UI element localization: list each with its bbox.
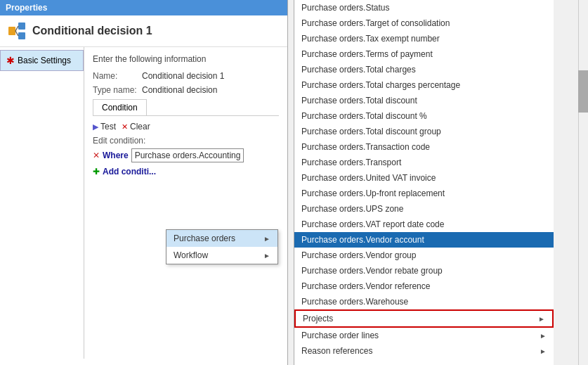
condition-toolbar: ▶ Test ✕ Clear — [93, 122, 279, 132]
scrollbar-thumb[interactable] — [578, 70, 588, 113]
list-item[interactable]: Purchase orders.Vendor rebate group — [294, 263, 554, 278]
list-arrow-reason: ► — [540, 347, 547, 355]
list-item-reason-references[interactable]: Reason references ► — [294, 343, 554, 359]
list-item[interactable]: Purchase orders.VAT report date code — [294, 217, 554, 232]
list-item[interactable]: Purchase orders.Vendor group — [294, 248, 554, 263]
tab-bar: Condition — [93, 99, 279, 116]
test-button[interactable]: ▶ Test — [93, 122, 116, 132]
name-label: Name: — [93, 71, 142, 81]
list-item[interactable]: Purchase orders.Warehouse — [294, 294, 554, 309]
list-item[interactable]: Purchase orders.Tax exempt number — [294, 31, 554, 46]
svg-rect-0 — [8, 27, 15, 35]
list-item[interactable]: Purchase orders.Total discount % — [294, 108, 554, 124]
list-item[interactable]: Purchase orders.Vendor reference — [294, 278, 554, 294]
list-item-vendor-account[interactable]: Purchase orders.Vendor account — [294, 232, 554, 248]
list-item[interactable]: Purchase orders.Total discount group — [294, 124, 554, 139]
list-item[interactable]: Purchase orders.Up-front replacement — [294, 186, 554, 201]
condition-row: ✕ Where Purchase orders.Accounting — [93, 148, 279, 162]
instruction-text: Enter the following information — [93, 54, 279, 64]
add-icon: ✚ — [93, 167, 100, 177]
menu-item-workflow[interactable]: Workflow ► — [166, 247, 277, 264]
list-item[interactable]: Purchase orders.Status — [294, 0, 554, 15]
svg-line-4 — [15, 31, 18, 36]
list-item-projects[interactable]: Projects ► — [294, 309, 554, 328]
list-item[interactable]: Purchase orders.Total charges percentage — [294, 77, 554, 93]
add-condition-label[interactable]: Add conditi... — [103, 167, 156, 177]
svg-line-3 — [15, 26, 18, 31]
field-list-dropdown[interactable]: Purchase orders.Status Purchase orders.T… — [294, 0, 554, 365]
projects-label: Projects — [303, 314, 333, 324]
name-value: Conditional decision 1 — [142, 71, 224, 81]
purchase-order-lines-label: Purchase order lines — [301, 331, 379, 340]
list-item[interactable]: Purchase orders.Terms of payment — [294, 46, 554, 62]
submenu-level1: Purchase orders ► Workflow ► — [166, 229, 278, 264]
clear-icon: ✕ — [122, 122, 128, 132]
content-area: ✱ Basic Settings Enter the following inf… — [0, 47, 287, 359]
edit-condition-label: Edit condition: — [93, 136, 279, 146]
test-icon: ▶ — [93, 122, 98, 132]
list-item[interactable]: Purchase orders.Transport — [294, 155, 554, 170]
decision-icon — [7, 21, 27, 41]
list-item[interactable]: Purchase orders.Total discount — [294, 93, 554, 108]
where-cross-icon: ✕ — [93, 151, 100, 160]
list-item[interactable]: Purchase orders.United VAT invoice — [294, 170, 554, 186]
asterisk-icon: ✱ — [6, 55, 15, 66]
title-bar: Conditional decision 1 — [0, 15, 287, 47]
submenu-arrow-workflow: ► — [263, 252, 270, 260]
condition-tab[interactable]: Condition — [93, 99, 147, 115]
type-name-value: Conditional decision — [142, 85, 217, 95]
clear-label: Clear — [130, 122, 150, 132]
list-item[interactable]: Purchase orders.UPS zone — [294, 201, 554, 217]
condition-value[interactable]: Purchase orders.Accounting — [131, 148, 244, 162]
name-row: Name: Conditional decision 1 — [93, 71, 279, 81]
type-name-row: Type name: Conditional decision — [93, 85, 279, 95]
basic-settings-label: Basic Settings — [18, 56, 71, 65]
purchase-orders-label: Purchase orders — [174, 233, 235, 243]
sidebar: ✱ Basic Settings — [0, 47, 84, 359]
scrollbar[interactable] — [578, 0, 588, 365]
properties-panel: Properties Conditional decision 1 ✱ Basi… — [0, 0, 288, 365]
basic-settings-button[interactable]: ✱ Basic Settings — [0, 50, 84, 71]
list-item[interactable]: Purchase orders.Transaction code — [294, 139, 554, 155]
submenu-arrow: ► — [263, 235, 270, 243]
add-condition-row: ✚ Add conditi... — [93, 167, 279, 177]
clear-button[interactable]: ✕ Clear — [122, 122, 150, 132]
svg-rect-2 — [18, 32, 25, 39]
menu-item-purchase-orders[interactable]: Purchase orders ► — [166, 230, 277, 247]
test-label: Test — [100, 122, 116, 132]
list-item[interactable]: Purchase orders.Target of consolidation — [294, 15, 554, 31]
list-arrow: ► — [540, 332, 547, 340]
main-content: Enter the following information Name: Co… — [84, 47, 287, 359]
workflow-label: Workflow — [174, 250, 208, 260]
type-name-label: Type name: — [93, 85, 142, 95]
where-label[interactable]: Where — [103, 151, 129, 160]
list-item[interactable]: Purchase orders.Total charges — [294, 62, 554, 77]
projects-arrow: ► — [538, 315, 545, 323]
svg-rect-1 — [18, 23, 25, 30]
panel-title: Conditional decision 1 — [32, 25, 152, 37]
properties-header: Properties — [0, 0, 287, 15]
list-item-purchase-order-lines[interactable]: Purchase order lines ► — [294, 328, 554, 343]
reason-references-label: Reason references — [301, 346, 372, 356]
